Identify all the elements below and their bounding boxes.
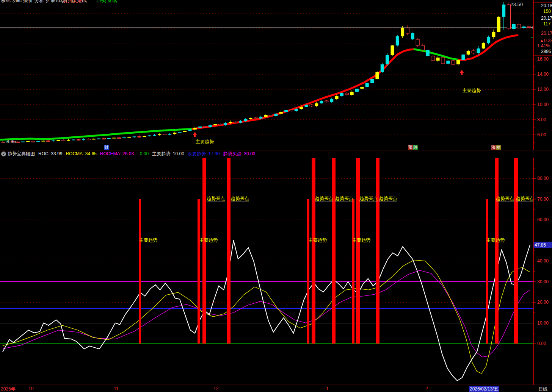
svg-text:趋势买点: 趋势买点 xyxy=(231,196,249,201)
chevron-down-icon[interactable]: ∨ xyxy=(1,151,6,156)
indicator-field: ROCMA: 34.65 xyxy=(66,151,96,156)
svg-text:12.00: 12.00 xyxy=(537,87,549,92)
svg-text:趋势买点: 趋势买点 xyxy=(207,196,225,201)
quote-panel[interactable]: 20.1815020.1711720.17▲0.281.41%3895 xyxy=(534,0,552,55)
indicator-title: 趋势宝典幅图 xyxy=(8,151,35,157)
svg-text:6.00: 6.00 xyxy=(537,132,546,137)
indicator-field: 主要趋势: 10.00 xyxy=(152,151,184,156)
quote-value: 3895 xyxy=(541,49,551,54)
svg-text:70.00: 70.00 xyxy=(537,197,549,202)
svg-text:趋势买点: 趋势买点 xyxy=(335,196,353,201)
svg-text:0.00: 0.00 xyxy=(537,341,546,346)
indicator-field: : 0.00 xyxy=(137,151,149,156)
period-selector[interactable]: 日线 xyxy=(538,386,547,392)
axis-month-label: 10 xyxy=(28,386,33,391)
svg-text:10.00: 10.00 xyxy=(537,102,549,107)
indicator-field: 趋势买点: 30.00 xyxy=(223,151,256,156)
quote-value: 150 xyxy=(543,9,551,14)
quote-value: 20.17 xyxy=(541,16,552,21)
quote-value: ▲0.28 xyxy=(539,38,552,43)
crosshair-date-badge: 2026/02/13/五 xyxy=(469,386,499,392)
svg-text:60.00: 60.00 xyxy=(537,217,549,222)
svg-text:30.00: 30.00 xyxy=(537,279,549,284)
svg-text:趋势买点: 趋势买点 xyxy=(315,196,333,201)
svg-text:趋势买点: 趋势买点 xyxy=(496,196,514,201)
indicator-header: ∨ 趋势宝典幅图 ROC: 33.99ROCMA: 34.65ROCEMA: 2… xyxy=(0,150,552,158)
quote-value: 117 xyxy=(543,21,550,27)
indicator-field: ROC: 33.99 xyxy=(38,151,62,156)
svg-text:←4.95: ←4.95 xyxy=(2,139,16,144)
svg-text:主要趋势: 主要趋势 xyxy=(486,237,505,243)
svg-text:40.00: 40.00 xyxy=(537,258,549,264)
trading-terminal: 系统 功能 报价 分析 扩展市场行情 资讯委托交易理财资讯 ← 23.50←4.… xyxy=(0,0,552,392)
svg-text:10.00: 10.00 xyxy=(537,320,549,326)
axis-month-label: 12 xyxy=(213,386,218,391)
axis-month-label: 2 xyxy=(425,386,428,391)
svg-text:趋势买点: 趋势买点 xyxy=(379,196,397,201)
svg-text:趋势买点: 趋势买点 xyxy=(359,196,378,201)
svg-text:主要趋势: 主要趋势 xyxy=(463,88,481,93)
event-badge[interactable]: 预跌 xyxy=(408,145,418,150)
axis-month-label: 1 xyxy=(326,386,329,391)
quote-value: 1.41% xyxy=(537,43,550,48)
svg-text:← 23.50: ← 23.50 xyxy=(504,2,523,7)
svg-text:主要趋势: 主要趋势 xyxy=(196,139,214,144)
svg-text:主要趋势: 主要趋势 xyxy=(199,237,218,243)
event-badge[interactable]: 财 xyxy=(104,145,109,150)
svg-text:47.85: 47.85 xyxy=(535,242,546,248)
svg-text:8.00: 8.00 xyxy=(537,117,546,122)
indicator-field: ROCEMA: 26.03 xyxy=(100,151,134,156)
axis-year-label: 2025年 xyxy=(1,386,16,392)
indicator-values: ROC: 33.99ROCMA: 34.65ROCEMA: 26.03: 0.0… xyxy=(38,151,259,157)
event-badge[interactable]: 涨榜 xyxy=(491,145,501,150)
svg-text:80.00: 80.00 xyxy=(537,176,549,181)
indicator-field: 次要趋势: 17.00 xyxy=(188,151,220,156)
quote-value: 20.17 xyxy=(541,31,552,36)
time-axis-bar: 2025年 2026/02/13/五 日线 10111212 xyxy=(0,385,552,392)
axis-month-label: 11 xyxy=(114,386,118,391)
svg-text:主要趋势: 主要趋势 xyxy=(352,237,370,243)
svg-text:趋势买点: 趋势买点 xyxy=(516,196,534,201)
chart-canvas[interactable]: ← 23.50←4.95主要趋势主要趋势趋势买点趋势买点趋势买点趋势买点趋势买点… xyxy=(0,0,552,392)
svg-text:14.00: 14.00 xyxy=(537,72,549,77)
svg-text:主要趋势: 主要趋势 xyxy=(139,237,157,243)
svg-text:20.00: 20.00 xyxy=(537,300,549,305)
svg-text:主要趋势: 主要趋势 xyxy=(309,237,327,243)
quote-value: 20.18 xyxy=(541,3,552,8)
svg-text:16.00: 16.00 xyxy=(537,56,549,62)
